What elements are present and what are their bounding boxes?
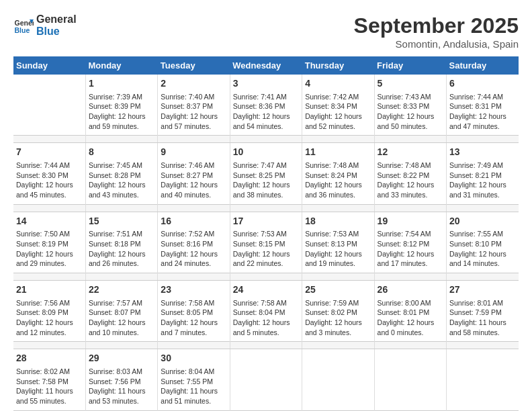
day-cell: 3Sunrise: 7:41 AM Sunset: 8:36 PM Daylig… [230, 75, 302, 136]
day-number: 22 [89, 283, 154, 297]
day-info: Sunrise: 8:04 AM Sunset: 7:55 PM Dayligh… [161, 367, 226, 406]
day-info: Sunrise: 7:58 AM Sunset: 8:04 PM Dayligh… [233, 298, 299, 338]
title-area: September 2025 Somontin, Andalusia, Spai… [354, 13, 519, 50]
day-number: 10 [233, 146, 299, 159]
day-number: 9 [161, 146, 226, 159]
logo-line1: General [36, 13, 77, 26]
day-number: 25 [305, 283, 371, 297]
day-info: Sunrise: 7:47 AM Sunset: 8:25 PM Dayligh… [233, 161, 299, 200]
day-info: Sunrise: 7:41 AM Sunset: 8:36 PM Dayligh… [233, 92, 299, 132]
week-row-1: 1Sunrise: 7:39 AM Sunset: 8:39 PM Daylig… [13, 75, 519, 136]
day-number: 14 [16, 215, 83, 228]
day-header-wednesday: Wednesday [230, 56, 302, 75]
day-number: 21 [16, 283, 83, 297]
week-row-4: 21Sunrise: 7:56 AM Sunset: 8:09 PM Dayli… [13, 281, 519, 342]
day-cell: 5Sunrise: 7:43 AM Sunset: 8:33 PM Daylig… [374, 75, 446, 136]
day-info: Sunrise: 7:57 AM Sunset: 8:07 PM Dayligh… [89, 298, 154, 338]
day-number: 6 [449, 77, 516, 91]
day-number: 27 [449, 283, 516, 297]
day-number: 28 [16, 352, 83, 365]
day-number: 20 [449, 215, 516, 228]
day-header-sunday: Sunday [13, 56, 85, 75]
day-header-monday: Monday [85, 56, 157, 75]
day-cell [302, 349, 374, 410]
day-info: Sunrise: 7:46 AM Sunset: 8:27 PM Dayligh… [161, 161, 226, 200]
day-number: 1 [89, 77, 154, 91]
day-info: Sunrise: 7:44 AM Sunset: 8:30 PM Dayligh… [16, 161, 83, 200]
day-cell: 15Sunrise: 7:51 AM Sunset: 8:18 PM Dayli… [85, 212, 157, 273]
day-header-tuesday: Tuesday [158, 56, 230, 75]
day-header-thursday: Thursday [302, 56, 374, 75]
day-cell [230, 349, 302, 410]
day-number: 29 [89, 352, 154, 365]
day-number: 23 [161, 283, 226, 297]
day-cell: 30Sunrise: 8:04 AM Sunset: 7:55 PM Dayli… [158, 349, 230, 410]
day-info: Sunrise: 7:48 AM Sunset: 8:22 PM Dayligh… [378, 161, 443, 200]
month-title: September 2025 [354, 13, 519, 38]
day-cell: 1Sunrise: 7:39 AM Sunset: 8:39 PM Daylig… [85, 75, 157, 136]
day-cell: 29Sunrise: 8:03 AM Sunset: 7:56 PM Dayli… [85, 349, 157, 410]
day-cell: 16Sunrise: 7:52 AM Sunset: 8:16 PM Dayli… [158, 212, 230, 273]
day-info: Sunrise: 7:54 AM Sunset: 8:12 PM Dayligh… [378, 229, 443, 269]
day-cell: 27Sunrise: 8:01 AM Sunset: 7:59 PM Dayli… [447, 281, 519, 342]
day-info: Sunrise: 7:42 AM Sunset: 8:34 PM Dayligh… [305, 92, 371, 132]
day-info: Sunrise: 8:00 AM Sunset: 8:01 PM Dayligh… [378, 298, 443, 338]
day-info: Sunrise: 7:50 AM Sunset: 8:19 PM Dayligh… [16, 229, 83, 269]
day-cell: 25Sunrise: 7:59 AM Sunset: 8:02 PM Dayli… [302, 281, 374, 342]
day-cell: 14Sunrise: 7:50 AM Sunset: 8:19 PM Dayli… [13, 212, 85, 273]
day-number: 18 [305, 215, 371, 228]
day-number: 30 [161, 352, 226, 365]
day-cell: 6Sunrise: 7:44 AM Sunset: 8:31 PM Daylig… [447, 75, 519, 136]
header: General Blue General Blue September 2025… [13, 13, 519, 50]
day-cell: 7Sunrise: 7:44 AM Sunset: 8:30 PM Daylig… [13, 143, 85, 204]
day-info: Sunrise: 7:39 AM Sunset: 8:39 PM Dayligh… [89, 92, 154, 132]
day-cell: 11Sunrise: 7:48 AM Sunset: 8:24 PM Dayli… [302, 143, 374, 204]
week-row-2: 7Sunrise: 7:44 AM Sunset: 8:30 PM Daylig… [13, 143, 519, 204]
day-number: 3 [233, 77, 299, 91]
day-cell: 26Sunrise: 8:00 AM Sunset: 8:01 PM Dayli… [374, 281, 446, 342]
day-number: 12 [378, 146, 443, 159]
day-info: Sunrise: 7:59 AM Sunset: 8:02 PM Dayligh… [305, 298, 371, 338]
day-cell: 23Sunrise: 7:58 AM Sunset: 8:05 PM Dayli… [158, 281, 230, 342]
day-cell: 19Sunrise: 7:54 AM Sunset: 8:12 PM Dayli… [374, 212, 446, 273]
day-cell: 10Sunrise: 7:47 AM Sunset: 8:25 PM Dayli… [230, 143, 302, 204]
logo-line2: Blue [36, 26, 77, 38]
day-header-saturday: Saturday [447, 56, 519, 75]
day-cell [13, 75, 85, 136]
day-info: Sunrise: 7:51 AM Sunset: 8:18 PM Dayligh… [89, 229, 154, 269]
day-info: Sunrise: 7:43 AM Sunset: 8:33 PM Dayligh… [378, 92, 443, 132]
day-number: 19 [378, 215, 443, 228]
day-number: 16 [161, 215, 226, 228]
day-cell: 2Sunrise: 7:40 AM Sunset: 8:37 PM Daylig… [158, 75, 230, 136]
day-info: Sunrise: 8:03 AM Sunset: 7:56 PM Dayligh… [89, 367, 154, 406]
day-cell: 4Sunrise: 7:42 AM Sunset: 8:34 PM Daylig… [302, 75, 374, 136]
logo: General Blue General Blue [13, 13, 77, 38]
day-info: Sunrise: 7:56 AM Sunset: 8:09 PM Dayligh… [16, 298, 83, 338]
day-info: Sunrise: 7:53 AM Sunset: 8:13 PM Dayligh… [305, 229, 371, 269]
logo-icon: General Blue [13, 15, 34, 36]
day-number: 26 [378, 283, 443, 297]
day-info: Sunrise: 7:40 AM Sunset: 8:37 PM Dayligh… [161, 92, 226, 132]
day-info: Sunrise: 7:58 AM Sunset: 8:05 PM Dayligh… [161, 298, 226, 338]
day-number: 2 [161, 77, 226, 91]
day-info: Sunrise: 8:02 AM Sunset: 7:58 PM Dayligh… [16, 367, 83, 406]
day-number: 17 [233, 215, 299, 228]
day-cell: 13Sunrise: 7:49 AM Sunset: 8:21 PM Dayli… [447, 143, 519, 204]
day-cell: 24Sunrise: 7:58 AM Sunset: 8:04 PM Dayli… [230, 281, 302, 342]
week-row-3: 14Sunrise: 7:50 AM Sunset: 8:19 PM Dayli… [13, 212, 519, 273]
svg-text:Blue: Blue [15, 26, 30, 34]
week-separator [13, 342, 519, 349]
day-cell: 9Sunrise: 7:46 AM Sunset: 8:27 PM Daylig… [158, 143, 230, 204]
week-separator [13, 204, 519, 212]
day-cell [447, 349, 519, 410]
day-cell: 28Sunrise: 8:02 AM Sunset: 7:58 PM Dayli… [13, 349, 85, 410]
day-info: Sunrise: 7:48 AM Sunset: 8:24 PM Dayligh… [305, 161, 371, 200]
day-cell: 8Sunrise: 7:45 AM Sunset: 8:28 PM Daylig… [85, 143, 157, 204]
week-separator [13, 136, 519, 143]
header-row: SundayMondayTuesdayWednesdayThursdayFrid… [13, 56, 519, 75]
day-number: 13 [449, 146, 516, 159]
day-info: Sunrise: 7:52 AM Sunset: 8:16 PM Dayligh… [161, 229, 226, 269]
week-separator [13, 273, 519, 281]
day-info: Sunrise: 8:01 AM Sunset: 7:59 PM Dayligh… [449, 298, 516, 338]
day-header-friday: Friday [374, 56, 446, 75]
